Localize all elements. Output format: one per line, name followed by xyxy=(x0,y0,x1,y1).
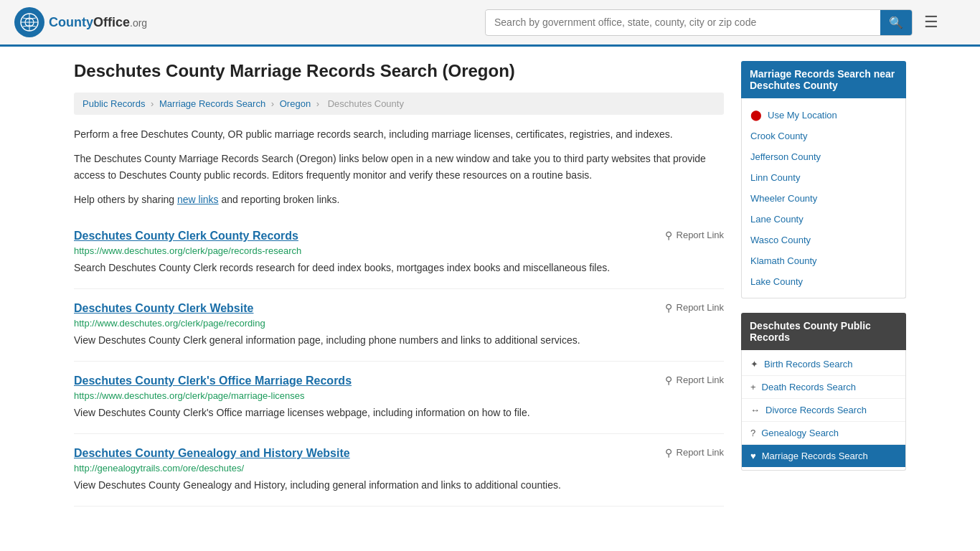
records-item-0[interactable]: ✦ Birth Records Search xyxy=(742,353,905,376)
site-header: CountyOffice.org 🔍 ☰ xyxy=(0,0,980,47)
search-box[interactable]: 🔍 xyxy=(485,9,913,36)
breadcrumb: Public Records › Marriage Records Search… xyxy=(74,93,724,115)
nearby-county-4[interactable]: Lane County xyxy=(742,209,905,230)
logo-wordmark: CountyOffice.org xyxy=(49,15,147,30)
nearby-county-link-3[interactable]: Wheeler County xyxy=(750,193,817,204)
logo[interactable]: CountyOffice.org xyxy=(14,7,147,37)
nearby-county-2[interactable]: Linn County xyxy=(742,167,905,188)
description-1: Perform a free Deschutes County, OR publ… xyxy=(74,126,724,142)
records-icon-0: ✦ xyxy=(750,359,758,369)
result-title-3[interactable]: Deschutes County Genealogy and History W… xyxy=(74,447,350,460)
nearby-county-7[interactable]: Lake County xyxy=(742,271,905,292)
search-button[interactable]: 🔍 xyxy=(880,10,912,35)
report-link-2[interactable]: ⚲ Report Link xyxy=(665,375,724,386)
records-item-1[interactable]: + Death Records Search xyxy=(742,376,905,399)
breadcrumb-current: Deschutes County xyxy=(328,98,404,109)
sidebar-nearby-section: Marriage Records Search near Deschutes C… xyxy=(741,61,906,298)
results-list: Deschutes County Clerk County Records ⚲ … xyxy=(74,217,724,507)
nearby-county-3[interactable]: Wheeler County xyxy=(742,188,905,209)
content-area: Deschutes County Marriage Records Search… xyxy=(74,61,724,507)
sidebar-nearby-content: ⬤ Use My Location Crook CountyJefferson … xyxy=(741,98,906,298)
use-my-location[interactable]: ⬤ Use My Location xyxy=(742,104,905,126)
nearby-county-link-6[interactable]: Klamath County xyxy=(750,255,817,266)
records-link-4[interactable]: Marriage Records Search xyxy=(762,451,868,461)
result-desc-3: View Deschutes County Genealogy and Hist… xyxy=(74,478,724,493)
result-url-1[interactable]: http://www.deschutes.org/clerk/page/reco… xyxy=(74,318,724,329)
result-desc-1: View Deschutes County Clerk general info… xyxy=(74,333,724,348)
menu-button[interactable]: ☰ xyxy=(918,10,944,34)
description-2: The Deschutes County Marriage Records Se… xyxy=(74,151,724,183)
nearby-county-5[interactable]: Wasco County xyxy=(742,230,905,250)
records-item-4[interactable]: ♥ Marriage Records Search xyxy=(742,445,905,467)
records-link-1[interactable]: Death Records Search xyxy=(762,382,857,392)
result-title-1[interactable]: Deschutes County Clerk Website xyxy=(74,302,253,315)
logo-icon xyxy=(14,7,44,37)
use-location-link[interactable]: Use My Location xyxy=(768,110,837,121)
breadcrumb-marriage-records[interactable]: Marriage Records Search xyxy=(159,98,265,109)
nearby-county-6[interactable]: Klamath County xyxy=(742,250,905,271)
nearby-county-link-7[interactable]: Lake County xyxy=(750,276,803,287)
nearby-county-link-0[interactable]: Crook County xyxy=(750,131,807,141)
result-item-3: Deschutes County Genealogy and History W… xyxy=(74,434,724,507)
report-link-3[interactable]: ⚲ Report Link xyxy=(665,447,724,458)
result-desc-2: View Deschutes County Clerk's Office mar… xyxy=(74,405,724,420)
nearby-county-link-2[interactable]: Linn County xyxy=(750,172,800,183)
sidebar-records-section: Deschutes County Public Records ✦ Birth … xyxy=(741,313,906,471)
sidebar-nearby-title: Marriage Records Search near Deschutes C… xyxy=(741,61,906,98)
records-icon-1: + xyxy=(750,382,756,392)
main-container: Deschutes County Marriage Records Search… xyxy=(60,47,920,521)
report-icon-3: ⚲ xyxy=(665,447,672,458)
report-link-1[interactable]: ⚲ Report Link xyxy=(665,302,724,314)
page-title: Deschutes County Marriage Records Search… xyxy=(74,61,724,81)
nearby-county-link-4[interactable]: Lane County xyxy=(750,214,804,225)
nearby-county-link-5[interactable]: Wasco County xyxy=(750,235,811,245)
description-3: Help others by sharing new links and rep… xyxy=(74,192,724,207)
records-link-2[interactable]: Divorce Records Search xyxy=(765,405,867,415)
result-title-0[interactable]: Deschutes County Clerk County Records xyxy=(74,230,298,242)
report-label-0: Report Link xyxy=(677,230,724,240)
breadcrumb-public-records[interactable]: Public Records xyxy=(83,98,145,109)
result-url-0[interactable]: https://www.deschutes.org/clerk/page/rec… xyxy=(74,245,724,256)
report-label-1: Report Link xyxy=(677,302,724,313)
sidebar-records-content: ✦ Birth Records Search + Death Records S… xyxy=(741,350,906,471)
records-icon-2: ↔ xyxy=(750,405,760,415)
location-icon: ⬤ xyxy=(750,109,762,121)
result-desc-0: Search Deschutes County Clerk records re… xyxy=(74,260,724,276)
records-link-3[interactable]: Genealogy Search xyxy=(761,428,839,438)
nearby-county-0[interactable]: Crook County xyxy=(742,126,905,146)
result-item-0: Deschutes County Clerk County Records ⚲ … xyxy=(74,217,724,289)
report-icon-2: ⚲ xyxy=(665,375,672,386)
records-item-3[interactable]: ? Genealogy Search xyxy=(742,422,905,445)
sidebar-records-title: Deschutes County Public Records xyxy=(741,313,906,350)
public-records-list: ✦ Birth Records Search + Death Records S… xyxy=(742,353,905,467)
nearby-county-1[interactable]: Jefferson County xyxy=(742,146,905,167)
nearby-county-link-1[interactable]: Jefferson County xyxy=(750,151,821,162)
sidebar: Marriage Records Search near Deschutes C… xyxy=(741,61,906,507)
report-label-3: Report Link xyxy=(677,447,724,458)
records-link-0[interactable]: Birth Records Search xyxy=(764,359,853,369)
new-links-link[interactable]: new links xyxy=(177,194,219,205)
breadcrumb-oregon[interactable]: Oregon xyxy=(280,98,311,109)
report-icon-1: ⚲ xyxy=(665,302,672,314)
report-label-2: Report Link xyxy=(677,375,724,385)
records-icon-4: ♥ xyxy=(750,451,756,461)
result-url-3[interactable]: http://genealogytrails.com/ore/deschutes… xyxy=(74,463,724,474)
result-url-2[interactable]: https://www.deschutes.org/clerk/page/mar… xyxy=(74,390,724,401)
search-input[interactable] xyxy=(486,11,880,34)
result-item-1: Deschutes County Clerk Website ⚲ Report … xyxy=(74,289,724,362)
records-item-2[interactable]: ↔ Divorce Records Search xyxy=(742,399,905,422)
nearby-counties-list: Crook CountyJefferson CountyLinn CountyW… xyxy=(742,126,905,292)
search-area: 🔍 ☰ xyxy=(485,9,944,36)
result-title-2[interactable]: Deschutes County Clerk's Office Marriage… xyxy=(74,375,352,387)
records-icon-3: ? xyxy=(750,428,755,438)
result-item-2: Deschutes County Clerk's Office Marriage… xyxy=(74,362,724,434)
report-link-0[interactable]: ⚲ Report Link xyxy=(665,230,724,241)
report-icon-0: ⚲ xyxy=(665,230,672,241)
